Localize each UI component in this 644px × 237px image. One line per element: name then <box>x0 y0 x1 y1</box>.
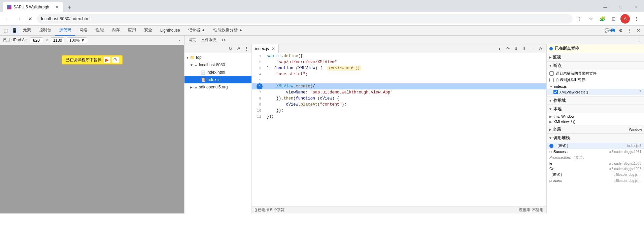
stack-frame-2[interactable]: le ui5loader-dbg.js:1880 <box>547 161 644 166</box>
breakpoint-active-checkbox[interactable] <box>553 90 558 94</box>
code-line-8: 8 }).then(function (oView) { <box>252 95 546 102</box>
file-tree-item-top[interactable]: ▼ 📁 top <box>184 54 251 61</box>
local-item-xmlview[interactable]: ▶ XMLView: f () <box>547 119 644 124</box>
callstack-label: 调用堆栈 <box>553 135 570 141</box>
tab-minimize-button[interactable]: — <box>598 2 613 12</box>
line-content-2: "sap/ui/core/mvc/XMLView" <box>264 59 546 65</box>
debug-section-scope-header[interactable]: ▼ 作用域 <box>547 96 644 105</box>
line-num-6[interactable]: 6 <box>252 83 264 89</box>
tab-close-button[interactable]: ✕ <box>629 2 644 12</box>
breakpoint-uncaught-checkbox[interactable] <box>549 71 554 76</box>
debug-section-callstack-header[interactable]: ▼ 调用堆栈 <box>547 134 644 142</box>
code-tab-indexjs[interactable]: index.js ✕ <box>252 44 279 53</box>
tab-sources[interactable]: 源代码 <box>55 26 75 36</box>
sources-tab-network[interactable]: 网页 <box>186 36 199 44</box>
forward-button[interactable]: → <box>14 14 24 24</box>
active-tab[interactable]: SAPUI5 Walkthrogh ✕ <box>3 2 63 12</box>
sources-tab-more[interactable]: >> <box>219 36 229 44</box>
breakpoint-active-item[interactable]: XMLView.create({ 6 <box>547 89 644 95</box>
tab-maximize-button[interactable]: □ <box>613 2 629 12</box>
breakpoint-exception-checkbox[interactable] <box>549 78 554 82</box>
debug-step-icon[interactable]: ↷ <box>112 57 119 63</box>
local-content: ▶ this: Window ▶ XMLView: f () <box>547 113 644 125</box>
breakpoint-exception-label: 在遇到异常时暂停 <box>556 77 585 82</box>
debug-step-over-icon[interactable]: ↷ <box>504 45 512 52</box>
tab-perf-insights[interactable]: 性能数据分析 ▲ <box>209 26 247 36</box>
browser-action-profile[interactable]: A <box>620 14 630 24</box>
size-height-input[interactable] <box>51 37 64 43</box>
breakpoint-file-header[interactable]: ▼ index.js <box>547 84 644 89</box>
size-zoom-select[interactable]: 100% ▼ <box>67 37 87 43</box>
breakpoints-content: 遇到未捕获的异常时暂停 在遇到异常时暂停 ▼ <box>547 70 644 96</box>
stack-frame-0-loc: index.js:6 <box>627 144 641 148</box>
debug-step-icon2[interactable]: → <box>529 45 536 52</box>
debug-step-into-icon[interactable]: ⬇ <box>512 45 520 52</box>
file-tree-icon1[interactable]: ↻ <box>227 45 234 52</box>
devtools-more-icon[interactable]: ⋮ <box>625 26 634 35</box>
file-tree-item-indexhtml[interactable]: 📄 index.html <box>184 69 251 76</box>
global-value: Window <box>629 127 642 131</box>
devtools-device-icon[interactable]: 📱 <box>10 26 19 35</box>
browser-action-bookmark[interactable]: ☆ <box>586 14 596 24</box>
tab-console[interactable]: 控制台 <box>35 26 55 36</box>
debug-deactivate-icon[interactable]: ⊖ <box>537 45 544 52</box>
debug-section-global-header[interactable]: ▶ 全局 Window <box>547 125 644 133</box>
browser-more-button[interactable]: ⋮ <box>632 14 641 24</box>
debug-status-text: 已在断点暂停 <box>555 46 579 51</box>
stack-frame-1[interactable]: onSuccess ui5loader-dbg.js:1961 <box>547 149 644 154</box>
line-num-10: 10 <box>252 108 264 114</box>
file-tree-top-label: top <box>196 55 202 60</box>
notification-badge: 1 <box>610 29 615 32</box>
tab-performance[interactable]: 性能 <box>92 26 108 36</box>
local-item-this[interactable]: ▶ this: Window <box>547 114 644 119</box>
stack-frame-0[interactable]: （匿名） index.js:6 <box>547 143 644 149</box>
browser-action-extensions[interactable]: 🧩 <box>598 14 607 24</box>
debug-pause-icon[interactable]: ⏵ <box>496 45 504 52</box>
breakpoint-uncaught: 遇到未捕获的异常时暂停 <box>547 70 644 77</box>
global-label: 全局 <box>553 127 561 132</box>
debug-section-watch-header[interactable]: ▶ 监视 <box>547 53 644 61</box>
tab-network[interactable]: 网络 <box>75 26 92 36</box>
browser-action-split[interactable]: ⊡ <box>609 14 618 24</box>
tab-security[interactable]: 安全 <box>140 26 156 36</box>
code-tab-close[interactable]: ✕ <box>272 46 275 51</box>
debug-section-breakpoints-header[interactable]: ▼ 断点 <box>547 62 644 70</box>
sources-toolbar-icons: ⋮ <box>635 36 643 44</box>
tab-memory[interactable]: 内存 <box>108 26 124 36</box>
devtools-inspect-icon[interactable]: ⬚ <box>1 26 10 35</box>
file-tree-item-sdk[interactable]: ▶ ☁ sdk.openui5.org <box>184 83 251 91</box>
sources-tabs: 网页 文件系统 >> <box>186 36 229 44</box>
file-tree-icon2[interactable]: ↗ <box>235 45 242 52</box>
code-editor-content[interactable]: 1 sap.ui.define([ 2 "sap/ui/core/mvc/XML… <box>252 53 546 206</box>
devtools-chat-icon[interactable]: 💬 1 <box>605 28 615 33</box>
sources-tab-filesystem[interactable]: 文件系统 <box>199 36 219 44</box>
sources-more-icon[interactable]: ⋮ <box>635 36 643 44</box>
file-tree-item-indexjs[interactable]: 📜 index.js <box>184 76 251 83</box>
size-width-input[interactable] <box>30 37 43 43</box>
tab-close[interactable]: ✕ <box>55 4 59 10</box>
debug-resume-icon[interactable]: ▶ <box>104 57 110 63</box>
line-content-4: "use strict"; <box>264 71 546 77</box>
stack-frame-5[interactable]: process ui5loader-dbg.js:... <box>547 178 644 183</box>
size-more[interactable]: ⋮ <box>177 38 181 43</box>
back-button[interactable]: ← <box>3 14 12 24</box>
devtools-close-icon[interactable]: ✕ <box>634 26 643 35</box>
file-tree-item-localhost[interactable]: ▼ ☁ localhost:8080 <box>184 61 251 69</box>
stack-frame-4[interactable]: （匿名） ui5loader-dbg.js:... <box>547 171 644 178</box>
tab-lighthouse[interactable]: Lighthouse <box>156 26 184 36</box>
stack-frame-3[interactable]: Oe ui5loader-dbg.js:1998 <box>547 166 644 171</box>
debug-section-local-header[interactable]: ▼ 本地 <box>547 105 644 113</box>
tab-recorder[interactable]: 记录器 ▲ <box>184 26 209 36</box>
breakpoints-label: 断点 <box>553 63 562 69</box>
refresh-button[interactable]: ✕ <box>26 14 35 24</box>
file-tree-icon3[interactable]: ⋮ <box>243 45 250 52</box>
line-content-6: XMLView.create({ <box>264 83 546 89</box>
tab-elements[interactable]: 元素 <box>19 26 35 36</box>
tab-application[interactable]: 应用 <box>124 26 140 36</box>
address-bar[interactable]: localhost:8080/index.html <box>37 14 573 24</box>
devtools-settings-icon[interactable]: ⚙ <box>616 26 625 35</box>
debug-step-out-icon[interactable]: ⬆ <box>520 45 528 52</box>
browser-action-cast[interactable]: ⇧ <box>575 14 584 24</box>
new-tab-button[interactable]: + <box>65 3 74 12</box>
debug-banner-text: 已在调试程序中暂停 <box>65 57 102 63</box>
